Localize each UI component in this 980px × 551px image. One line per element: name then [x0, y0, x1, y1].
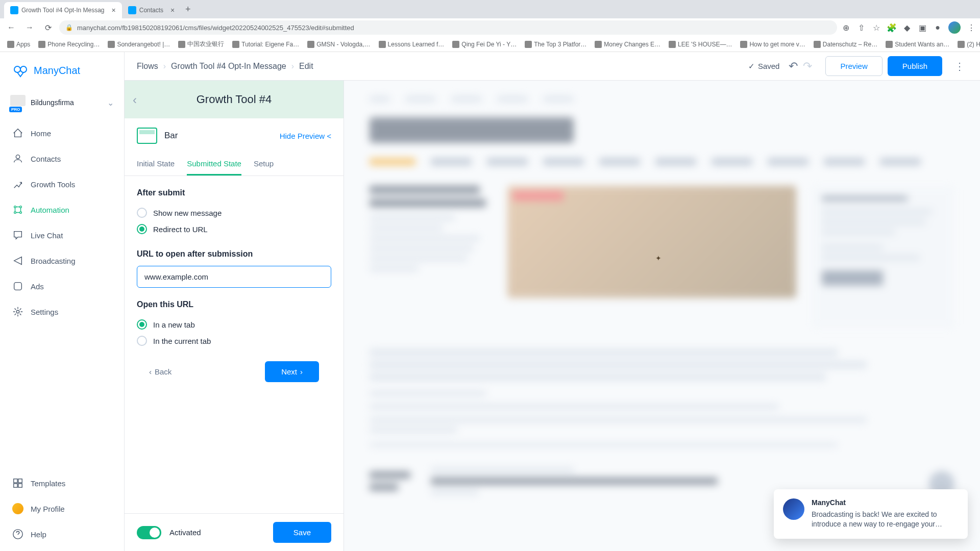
org-selector[interactable]: PRO Bildungsfirma ⌄	[0, 89, 124, 116]
tab-favicon	[10, 6, 18, 14]
save-button[interactable]: Save	[273, 522, 331, 543]
notification-title: ManyChat	[812, 498, 959, 507]
activated-toggle[interactable]	[137, 526, 161, 539]
sidebar-item-growth-tools[interactable]: Growth Tools	[0, 171, 124, 197]
breadcrumb-item[interactable]: Growth Tool #4 Opt-In Message	[171, 62, 286, 71]
back-link[interactable]: ‹ Back	[149, 367, 172, 376]
redo-button[interactable]: ↷	[803, 60, 812, 73]
url-input[interactable]	[137, 266, 331, 288]
sidebar-item-templates[interactable]: Templates	[0, 470, 124, 496]
profile-avatar-icon	[12, 503, 23, 514]
svg-rect-12	[18, 484, 22, 487]
svg-rect-10	[18, 479, 22, 483]
tab-title: Contacts	[139, 7, 163, 14]
more-button[interactable]: ⋮	[951, 58, 968, 74]
pro-badge: PRO	[9, 107, 22, 112]
bookmark-item[interactable]: Phone Recycling…	[35, 39, 103, 50]
radio-new-tab[interactable]: In a new tab	[137, 316, 331, 333]
notification-avatar	[783, 498, 804, 520]
broadcast-icon	[12, 255, 23, 266]
browser-nav-bar: ← → ⟳ 🔒 manychat.com/fb198150208192061/c…	[0, 18, 980, 37]
bookmark-item[interactable]: The Top 3 Platfor…	[522, 39, 590, 50]
reload-button[interactable]: ⟳	[41, 20, 55, 35]
bookmark-item[interactable]: Datenschutz – Re…	[811, 39, 880, 50]
svg-point-8	[16, 310, 19, 313]
menu-icon[interactable]: ⋮	[967, 23, 976, 32]
new-tab-button[interactable]: +	[181, 2, 195, 16]
tab-setup[interactable]: Setup	[254, 153, 274, 176]
tab-favicon	[128, 6, 136, 14]
radio-icon	[137, 336, 147, 346]
share-icon[interactable]: ⇧	[856, 23, 866, 32]
radio-redirect-url[interactable]: Redirect to URL	[137, 221, 331, 237]
toggle-label: Activated	[169, 528, 265, 537]
home-icon	[12, 128, 23, 139]
svg-rect-9	[14, 479, 17, 483]
contacts-icon	[12, 153, 23, 164]
bookmark-item[interactable]: Qing Fei De Yi - Y…	[449, 39, 520, 50]
bookmark-item[interactable]: GMSN - Vologda,…	[304, 39, 373, 50]
svg-point-3	[14, 206, 16, 208]
profile-avatar[interactable]	[948, 21, 961, 34]
config-panel: ‹ Growth Tool #4 Bar Hide Preview < Init…	[125, 81, 344, 551]
panel-title: Growth Tool #4	[137, 93, 331, 106]
svg-point-1	[20, 66, 27, 72]
sidebar-item-profile[interactable]: My Profile	[0, 496, 124, 521]
breadcrumb-item: Edit	[299, 62, 313, 71]
brand-logo-icon	[12, 62, 29, 79]
sidebar-item-automation[interactable]: Automation	[0, 197, 124, 222]
close-icon[interactable]: ×	[112, 6, 116, 14]
widget-type-label: Bar	[164, 131, 273, 141]
notification-toast[interactable]: ManyChat Broadcasting is back! We are ex…	[774, 489, 968, 539]
extension-icon[interactable]: ▣	[918, 23, 927, 32]
tab-submitted-state[interactable]: Submitted State	[187, 153, 241, 176]
star-icon[interactable]: ☆	[872, 23, 881, 32]
zoom-icon[interactable]: ⊕	[841, 23, 850, 32]
back-button[interactable]: ←	[4, 20, 18, 35]
radio-current-tab[interactable]: In the current tab	[137, 333, 331, 349]
next-button[interactable]: Next ›	[265, 361, 319, 382]
tab-title: Growth Tool #4 Opt-In Messag	[21, 7, 105, 14]
bookmark-item[interactable]: LEE 'S HOUSE—…	[666, 39, 735, 50]
browser-tab[interactable]: Growth Tool #4 Opt-In Messag ×	[4, 2, 122, 18]
sidebar-item-ads[interactable]: Ads	[0, 273, 124, 299]
bar-widget-icon	[137, 128, 157, 144]
apps-button[interactable]: Apps	[4, 39, 33, 50]
svg-point-4	[20, 206, 22, 208]
extension-icon[interactable]: ◆	[902, 23, 912, 32]
bookmark-item[interactable]: How to get more v…	[737, 39, 808, 50]
breadcrumb-item[interactable]: Flows	[137, 62, 158, 71]
radio-icon	[137, 224, 147, 234]
sidebar-item-broadcasting[interactable]: Broadcasting	[0, 248, 124, 273]
url-text: manychat.com/fb198150208192061/cms/files…	[77, 24, 354, 32]
sidebar-item-settings[interactable]: Settings	[0, 299, 124, 324]
extension-icon[interactable]: 🧩	[887, 23, 896, 32]
publish-button[interactable]: Publish	[888, 56, 942, 76]
bookmark-item[interactable]: Money Changes E…	[592, 39, 664, 50]
extension-icon[interactable]: ●	[933, 23, 942, 32]
back-arrow-icon[interactable]: ‹	[133, 93, 137, 107]
hide-preview-link[interactable]: Hide Preview <	[280, 132, 331, 140]
undo-button[interactable]: ↶	[789, 60, 798, 73]
forward-button[interactable]: →	[22, 20, 37, 35]
bookmark-item[interactable]: Student Wants an…	[883, 39, 952, 50]
bookmark-item[interactable]: 中国农业银行	[175, 38, 227, 51]
bookmark-item[interactable]: (2) How To Add A…	[954, 39, 980, 50]
close-icon[interactable]: ×	[170, 6, 175, 14]
brand[interactable]: ManyChat	[0, 52, 124, 89]
preview-button[interactable]: Preview	[825, 56, 882, 76]
saved-indicator: ✓ Saved	[748, 62, 780, 71]
bookmark-item[interactable]: Lessons Learned f…	[376, 39, 448, 50]
help-icon	[12, 529, 23, 540]
radio-icon	[137, 208, 147, 218]
bookmark-item[interactable]: Tutorial: Eigene Fa…	[229, 39, 302, 50]
sidebar-item-help[interactable]: Help	[0, 521, 124, 547]
sidebar-item-live-chat[interactable]: Live Chat	[0, 222, 124, 248]
url-bar[interactable]: 🔒 manychat.com/fb198150208192061/cms/fil…	[59, 20, 837, 35]
sidebar-item-home[interactable]: Home	[0, 120, 124, 146]
browser-tab[interactable]: Contacts ×	[122, 2, 181, 18]
radio-show-message[interactable]: Show new message	[137, 205, 331, 221]
tab-initial-state[interactable]: Initial State	[137, 153, 175, 176]
sidebar-item-contacts[interactable]: Contacts	[0, 146, 124, 171]
bookmark-item[interactable]: Sonderangebot! |…	[105, 39, 173, 50]
